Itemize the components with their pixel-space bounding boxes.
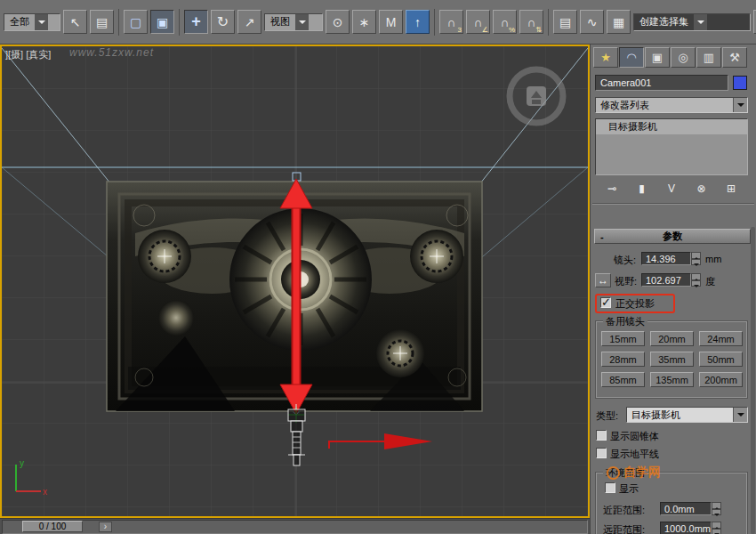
spinner-snap-button[interactable]: ∩⇅ [519, 10, 543, 34]
chevron-down-icon[interactable] [733, 98, 747, 112]
modifier-list-dropdown[interactable]: 修改器列表 [595, 97, 748, 113]
show-horizon-label: 显示地平线 [610, 448, 659, 461]
far-range-field[interactable]: 1000.0mm [660, 522, 712, 534]
modifier-stack[interactable]: 目标摄影机 [595, 118, 748, 175]
show-cone-checkbox[interactable] [596, 430, 607, 441]
chevron-down-icon[interactable] [295, 14, 309, 30]
snap-toggle-button[interactable]: ∩3 [439, 10, 463, 34]
pin-stack-button[interactable]: ⊸ [602, 181, 622, 197]
layer-manager-button[interactable]: ▤ [553, 10, 577, 34]
select-object-button[interactable]: ↖ [63, 10, 87, 34]
chevron-down-icon[interactable] [733, 408, 747, 422]
steering-wheel[interactable] [510, 69, 563, 123]
time-slider-track[interactable]: 0 / 100 › [2, 520, 588, 534]
fov-value-field[interactable]: 102.697 [641, 273, 691, 287]
env-show-label: 显示 [619, 482, 639, 496]
near-range-label: 近距范围: [603, 504, 645, 517]
toolbar-separator [118, 9, 119, 36]
fov-direction-button[interactable]: ↔ [595, 273, 611, 287]
align-button[interactable]: ↑ [406, 10, 430, 34]
tab-display[interactable]: ▥ [696, 47, 721, 68]
remove-modifier-button[interactable]: ⊗ [692, 181, 712, 197]
mirror-button[interactable]: M [379, 10, 403, 34]
lens-value-field[interactable]: 14.396 [641, 252, 691, 265]
show-end-result-button[interactable]: ▮ [632, 181, 652, 197]
select-rotate-button[interactable]: ↻ [211, 10, 235, 34]
lens-20mm-button[interactable]: 20mm [650, 331, 694, 346]
lens-15mm-button[interactable]: 15mm [601, 331, 645, 346]
named-selection-value: 创建选择集 [634, 15, 694, 28]
time-slider-handle[interactable]: 0 / 100 [22, 521, 83, 532]
spinner-down-icon[interactable] [712, 529, 721, 534]
main-toolbar: 全部 ↖ ▤ ▢ ▣ + ↻ ↗ 视图 ⊙ ∗ M ↑ ∩3 ∩∠ ∩% ∩⇅ … [0, 0, 756, 44]
spinner-badge: ⇅ [535, 26, 542, 34]
object-name-field[interactable]: Camera001 [595, 75, 728, 91]
make-unique-button[interactable]: V [662, 181, 681, 197]
curve-editor-button[interactable]: ∿ [580, 10, 604, 34]
fov-spinner[interactable] [691, 273, 701, 287]
lens-spinner[interactable] [691, 252, 701, 265]
tab-create[interactable]: ★ [593, 47, 618, 68]
selection-filter-combo[interactable]: 全部 [4, 13, 60, 31]
reference-coordinate-combo[interactable]: 视图 [264, 13, 323, 31]
3dsmax-window: 全部 ↖ ▤ ▢ ▣ + ↻ ↗ 视图 ⊙ ∗ M ↑ ∩3 ∩∠ ∩% ∩⇅ … [0, 0, 756, 534]
select-move-button[interactable]: + [184, 10, 208, 34]
rect-region-icon: ▢ [130, 15, 141, 29]
lens-35mm-button[interactable]: 35mm [650, 352, 694, 367]
select-manipulate-button[interactable]: ∗ [352, 10, 376, 34]
parameters-rollout-header[interactable]: - 参数 [594, 229, 751, 244]
next-frame-button[interactable]: › [99, 522, 112, 532]
spinner-up-icon[interactable] [691, 252, 701, 259]
selection-region-button[interactable]: ▢ [124, 10, 148, 34]
modify-icon: ◠ [626, 51, 636, 64]
percent-snap-button[interactable]: ∩% [493, 10, 517, 34]
schematic-view-button[interactable]: ▦ [607, 10, 631, 34]
named-selection-combo[interactable]: 创建选择集 [633, 13, 751, 31]
viewport-label[interactable]: ][摄] [真实] [5, 48, 51, 61]
show-horizon-checkbox[interactable] [596, 448, 607, 458]
tab-utilities[interactable]: ⚒ [722, 47, 747, 68]
mirror-icon: M [386, 15, 397, 29]
panel-scrollbar[interactable] [751, 227, 755, 534]
env-show-checkbox[interactable] [605, 482, 615, 493]
tab-motion[interactable]: ◎ [671, 47, 696, 68]
frame-counter: 0 / 100 [39, 522, 67, 531]
lens-135mm-button[interactable]: 135mm [650, 372, 694, 387]
far-range-label: 远距范围: [603, 523, 645, 534]
lens-50mm-button[interactable]: 50mm [699, 352, 743, 367]
spinner-down-icon[interactable] [691, 280, 701, 287]
use-center-button[interactable]: ⊙ [326, 10, 350, 34]
spinner-up-icon[interactable] [712, 522, 721, 529]
near-range-field[interactable]: 0.0mm [660, 502, 712, 515]
camera-type-dropdown[interactable]: 目标摄影机 [626, 407, 748, 423]
tab-modify[interactable]: ◠ [619, 47, 644, 68]
orthographic-checkbox[interactable] [600, 297, 611, 308]
configure-modifier-sets-button[interactable]: ⊞ [721, 181, 741, 197]
lens-85mm-button[interactable]: 85mm [601, 372, 645, 387]
spinner-down-icon[interactable] [691, 259, 701, 266]
fov-unit: 度 [705, 275, 715, 288]
spinner-down-icon[interactable] [712, 509, 721, 516]
angle-badge: ∠ [482, 26, 488, 34]
chevron-down-icon[interactable] [35, 14, 48, 30]
spinner-up-icon[interactable] [691, 273, 701, 280]
stack-item-target-camera[interactable]: 目标摄影机 [596, 119, 747, 134]
cursor-icon: ↖ [70, 15, 81, 29]
lens-24mm-button[interactable]: 24mm [699, 331, 743, 346]
camera-type-value: 目标摄影机 [627, 409, 733, 422]
select-by-name-button[interactable]: ▤ [90, 10, 114, 34]
spinner-up-icon[interactable] [712, 502, 721, 509]
chevron-down-icon[interactable] [694, 14, 707, 30]
lens-200mm-button[interactable]: 200mm [699, 372, 743, 387]
far-range-spinner[interactable] [712, 522, 721, 534]
object-color-swatch[interactable] [733, 76, 747, 90]
viewport-scene[interactable]: y x [2, 46, 588, 516]
select-scale-button[interactable]: ↗ [237, 10, 261, 34]
angle-snap-button[interactable]: ∩∠ [466, 10, 490, 34]
camera-viewport[interactable]: ][摄] [真实] www.51zxw.net [0, 44, 590, 518]
window-crossing-button[interactable]: ▣ [150, 10, 174, 34]
tab-hierarchy[interactable]: ▣ [645, 47, 670, 68]
lens-28mm-button[interactable]: 28mm [601, 352, 645, 367]
near-range-spinner[interactable] [712, 502, 721, 515]
magnet-icon: ∩ [527, 15, 535, 29]
